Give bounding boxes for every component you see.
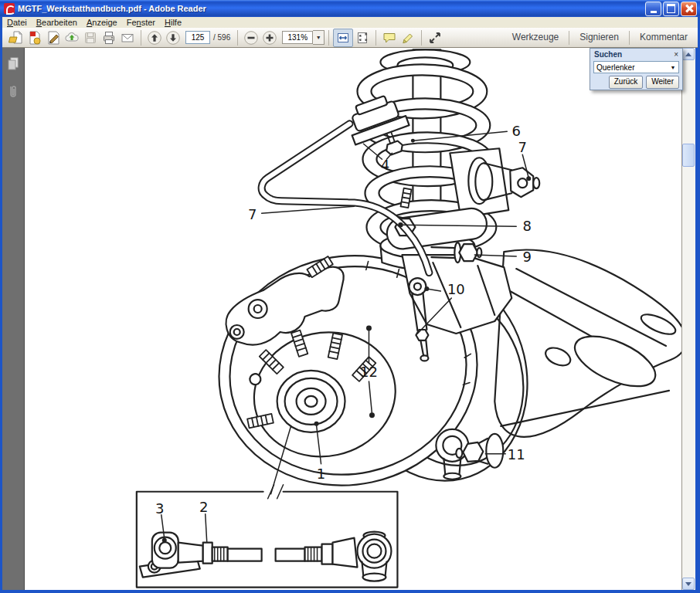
signieren-button[interactable]: Signieren bbox=[569, 28, 629, 47]
email-icon bbox=[120, 30, 135, 46]
fit-width-icon bbox=[335, 30, 351, 46]
scroll-down-button[interactable] bbox=[682, 578, 695, 590]
highlight-icon bbox=[400, 30, 416, 46]
callout-12: 12 bbox=[360, 364, 378, 380]
close-button[interactable] bbox=[681, 2, 697, 16]
maximize-button[interactable] bbox=[663, 2, 679, 16]
save-icon bbox=[83, 30, 98, 46]
toolbar: / 596 131% ▼ Werkzeuge Signie bbox=[2, 28, 698, 48]
search-close-icon[interactable]: × bbox=[674, 51, 678, 59]
fit-width-button[interactable] bbox=[333, 29, 353, 47]
callout-2: 2 bbox=[199, 499, 208, 515]
werkzeuge-button[interactable]: Werkzeuge bbox=[502, 28, 569, 47]
search-query-text: Querlenker bbox=[594, 63, 668, 72]
callout-8: 8 bbox=[523, 218, 532, 234]
zoom-out-icon bbox=[243, 30, 259, 46]
page-total-label: / 596 bbox=[213, 33, 230, 42]
sticky-note-icon bbox=[382, 30, 397, 46]
callout-7-left: 7 bbox=[248, 206, 257, 222]
callout-9: 9 bbox=[523, 249, 532, 265]
open-file-button[interactable] bbox=[7, 29, 25, 46]
fullscreen-button[interactable] bbox=[426, 29, 444, 46]
cloud-upload-button[interactable] bbox=[63, 29, 81, 46]
sign-icon bbox=[46, 30, 61, 46]
zoom-out-button[interactable] bbox=[242, 29, 260, 46]
fit-page-icon bbox=[355, 30, 370, 46]
vertical-scrollbar[interactable] bbox=[681, 48, 695, 590]
search-dropdown-arrow[interactable]: ▼ bbox=[668, 65, 678, 70]
cloud-upload-icon bbox=[64, 30, 80, 46]
callout-11: 11 bbox=[508, 446, 525, 463]
tie-rod-inset bbox=[137, 485, 398, 588]
document-page[interactable]: 1 2 3 4 6 7 7 8 9 10 11 12 bbox=[25, 48, 681, 590]
search-panel-title: Suchen bbox=[594, 50, 622, 59]
next-page-icon bbox=[165, 30, 181, 46]
suspension-diagram: 1 2 3 4 6 7 7 8 9 10 11 12 bbox=[25, 48, 681, 590]
print-button[interactable] bbox=[100, 29, 118, 46]
email-button[interactable] bbox=[118, 29, 137, 46]
sign-button[interactable] bbox=[44, 29, 63, 46]
title-bar: MGTF_Werkstatthandbuch.pdf - Adobe Reade… bbox=[0, 0, 700, 17]
highlight-button[interactable] bbox=[399, 29, 417, 46]
page-thumbnails-icon[interactable] bbox=[5, 56, 21, 71]
callout-10: 10 bbox=[447, 281, 465, 297]
zoom-dropdown-arrow[interactable]: ▼ bbox=[313, 30, 325, 45]
search-next-button[interactable]: Weiter bbox=[646, 76, 679, 89]
previous-page-icon bbox=[147, 30, 162, 46]
adobe-reader-window: MGTF_Werkstatthandbuch.pdf - Adobe Reade… bbox=[0, 0, 700, 593]
control-arm bbox=[494, 249, 681, 436]
zoom-level-value[interactable]: 131% bbox=[282, 31, 313, 44]
callout-7-right: 7 bbox=[518, 139, 527, 155]
attachments-icon[interactable] bbox=[5, 83, 21, 100]
save-button[interactable] bbox=[81, 29, 100, 46]
scroll-down-icon bbox=[685, 582, 692, 586]
zoom-in-button[interactable] bbox=[260, 29, 279, 46]
close-icon bbox=[685, 5, 693, 12]
minimize-button[interactable] bbox=[645, 2, 661, 16]
menu-anzeige[interactable]: Anzeige bbox=[82, 17, 122, 28]
callout-4: 4 bbox=[381, 157, 389, 173]
next-page-button[interactable] bbox=[164, 29, 182, 46]
menu-bearbeiten[interactable]: Bearbeiten bbox=[32, 17, 82, 28]
page-number-input[interactable] bbox=[185, 31, 210, 44]
adobe-reader-icon bbox=[4, 3, 15, 14]
create-pdf-button[interactable] bbox=[25, 29, 44, 46]
create-pdf-icon bbox=[27, 30, 42, 46]
callout-6: 6 bbox=[512, 123, 521, 139]
menu-datei[interactable]: Datei bbox=[2, 17, 32, 28]
wheel-hub bbox=[277, 371, 345, 432]
search-panel: Suchen × Querlenker ▼ Zurück Weiter bbox=[590, 48, 683, 90]
window-border-bottom bbox=[0, 590, 700, 593]
window-title: MGTF_Werkstatthandbuch.pdf - Adobe Reade… bbox=[18, 4, 206, 13]
print-icon bbox=[101, 30, 117, 46]
fullscreen-icon bbox=[427, 30, 443, 46]
search-back-button[interactable]: Zurück bbox=[609, 76, 644, 89]
callout-3: 3 bbox=[155, 500, 164, 517]
minimize-icon bbox=[651, 11, 657, 13]
previous-page-button[interactable] bbox=[145, 29, 164, 46]
sticky-note-button[interactable] bbox=[380, 29, 399, 46]
callout-1: 1 bbox=[317, 466, 325, 482]
zoom-in-icon bbox=[262, 30, 277, 46]
scrollbar-thumb[interactable] bbox=[682, 144, 695, 167]
menu-hilfe[interactable]: Hilfe bbox=[160, 17, 186, 28]
maximize-icon bbox=[667, 4, 675, 13]
fit-page-button[interactable] bbox=[353, 29, 372, 46]
navigation-pane bbox=[2, 48, 25, 590]
menu-fenster[interactable]: Fenster bbox=[122, 17, 160, 28]
kommentar-button[interactable]: Kommentar bbox=[630, 28, 698, 47]
scroll-up-button[interactable] bbox=[682, 48, 695, 60]
menu-bar: DateiBearbeitenAnzeigeFensterHilfe bbox=[2, 17, 698, 28]
search-input[interactable]: Querlenker ▼ bbox=[593, 61, 679, 73]
open-file-icon bbox=[8, 30, 24, 46]
scroll-up-icon bbox=[685, 53, 692, 56]
